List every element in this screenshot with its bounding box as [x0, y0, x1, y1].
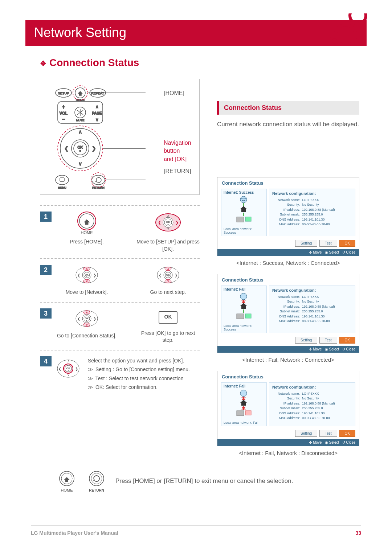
svg-point-112: [91, 473, 102, 484]
svg-point-55: [86, 276, 87, 277]
setting-button[interactable]: Setting: [295, 240, 317, 247]
footer-section: HOME RETURN Press [HOME] or [RETURN] to …: [40, 469, 359, 493]
step3-left: OK∧∨❮❯ Go to [Connection Status].: [55, 308, 118, 340]
chevron-icon: ≫: [88, 384, 93, 390]
svg-rect-33: [60, 178, 64, 181]
callout-return: [RETURN]: [164, 168, 191, 175]
page-title: Network Setting: [34, 25, 126, 40]
step2-left: OK∧∨❮❯ Move to [Network].: [55, 265, 118, 296]
svg-text:∧: ∧: [95, 104, 99, 109]
svg-text:OK: OK: [85, 317, 89, 320]
remote-box: SETUP HOME REPEAT + VOL −: [40, 79, 200, 195]
svg-point-25: [79, 150, 81, 152]
svg-text:−: −: [62, 116, 65, 122]
svg-rect-106: [237, 411, 244, 416]
right-column: Connection Status Current network connec…: [217, 79, 359, 456]
svg-point-103: [240, 390, 247, 397]
svg-point-66: [168, 276, 168, 277]
setting-button[interactable]: Setting: [295, 430, 317, 437]
diamond-icon: ❖: [40, 59, 46, 67]
svg-point-35: [92, 175, 105, 185]
svg-text:❯: ❯: [75, 367, 78, 371]
screenshot-1: Connection Status Internet: Success Loca…: [217, 177, 359, 256]
setting-button[interactable]: Setting: [295, 337, 317, 344]
svg-text:❮: ❮: [58, 367, 61, 371]
svg-text:❯: ❯: [175, 220, 179, 225]
svg-text:∧: ∧: [78, 129, 82, 135]
svg-text:∨: ∨: [167, 279, 170, 283]
footer-manual: LG Multimedia Player User's Manual: [31, 530, 118, 536]
ok-button[interactable]: OK: [339, 430, 355, 437]
svg-text:❮: ❮: [77, 273, 80, 278]
ok-button[interactable]: OK: [339, 240, 355, 247]
svg-rect-102: [245, 314, 251, 318]
svg-point-32: [56, 175, 69, 185]
steps: 1 HOME Press [HOME]. OK∧∨❮❯ Move to [SET…: [40, 205, 200, 398]
svg-text:❯: ❯: [93, 317, 96, 321]
svg-text:∧: ∧: [167, 214, 170, 217]
svg-point-2: [332, 38, 337, 44]
test-button[interactable]: Test: [319, 240, 337, 247]
svg-text:RETURN: RETURN: [92, 186, 105, 189]
svg-text:∨: ∨: [78, 161, 82, 167]
right-desc: Current network connection status will b…: [217, 120, 359, 129]
callout-home: [HOME]: [164, 90, 184, 97]
footer-text: Press [HOME] or [RETURN] to exit menu or…: [115, 477, 293, 485]
svg-text:∨: ∨: [167, 227, 170, 230]
return-icon: RETURN: [86, 469, 107, 493]
home-icon: HOME: [56, 469, 78, 493]
shot1-caption: <Internet : Success, Network : Connected…: [217, 260, 359, 266]
test-button[interactable]: Test: [319, 430, 337, 437]
shot3-caption: <Internet : Fail, Network : Disconnected…: [217, 450, 359, 456]
svg-text:∨: ∨: [95, 117, 99, 122]
svg-text:SETUP: SETUP: [58, 91, 69, 95]
page-footer: LG Multimedia Player User's Manual 33: [31, 525, 361, 536]
svg-point-111: [89, 471, 104, 486]
step-2: 2 OK∧∨❮❯ Move to [Network]. OK∧∨❮❯ Go to…: [40, 258, 200, 302]
svg-point-37: [91, 173, 106, 187]
test-button[interactable]: Test: [319, 337, 337, 344]
svg-point-1: [335, 25, 356, 45]
step-3: 3 OK∧∨❮❯ Go to [Connection Status]. OK P…: [40, 302, 200, 350]
svg-text:HOME: HOME: [61, 488, 73, 492]
ok-button[interactable]: OK: [339, 337, 355, 344]
svg-text:HOME: HOME: [81, 230, 93, 235]
shot2-caption: <Internet : Fail, Network : Connected>: [217, 357, 359, 363]
step-1: 1 HOME Press [HOME]. OK∧∨❮❯ Move to [SET…: [40, 205, 200, 258]
svg-text:∧: ∧: [167, 267, 170, 271]
svg-point-77: [86, 320, 87, 321]
step2-right: OK∧∨❮❯ Go to next step.: [136, 265, 200, 296]
svg-text:❮: ❮: [77, 317, 80, 321]
step1-right: OK∧∨❮❯ Move to [SETUP] and press [OK].: [136, 212, 200, 253]
svg-text:OK: OK: [166, 220, 170, 223]
svg-rect-97: [245, 217, 251, 221]
svg-text:PAGE: PAGE: [92, 111, 102, 115]
step4-text: Select the option you want and press [OK…: [88, 356, 200, 392]
svg-rect-96: [237, 217, 244, 222]
remote-illustration: SETUP HOME REPEAT + VOL −: [51, 85, 146, 190]
step-num: 2: [40, 265, 52, 275]
svg-point-0: [350, 13, 366, 24]
svg-point-46: [168, 224, 169, 225]
screenshot-2: Connection Status Internet: Fail Local a…: [217, 274, 359, 353]
right-heading: Connection Status: [217, 101, 359, 115]
svg-rect-107: [245, 411, 251, 415]
step-num: 3: [40, 308, 52, 319]
svg-text:+: +: [62, 104, 65, 110]
svg-text:MENU: MENU: [58, 186, 66, 189]
svg-text:∨: ∨: [86, 323, 88, 327]
step4-icon: OK∧∨❮❯: [55, 356, 81, 382]
svg-point-98: [240, 293, 247, 300]
left-column: SETUP HOME REPEAT + VOL −: [40, 79, 200, 456]
screenshot-3: Connection Status Internet: Fail Local a…: [217, 371, 359, 446]
svg-text:OK: OK: [66, 367, 70, 370]
svg-text:❯: ❯: [93, 273, 96, 278]
section-title: ❖Connection Status: [40, 57, 359, 69]
two-column: SETUP HOME REPEAT + VOL −: [40, 79, 359, 456]
page-title-bar: Network Setting: [25, 20, 367, 45]
svg-text:MUTE: MUTE: [76, 119, 85, 122]
decor-circles: [330, 13, 373, 46]
svg-text:❯: ❯: [92, 145, 96, 152]
svg-text:❯: ❯: [175, 273, 177, 278]
step3-right: OK Press [OK] to go to next step.: [136, 308, 200, 344]
